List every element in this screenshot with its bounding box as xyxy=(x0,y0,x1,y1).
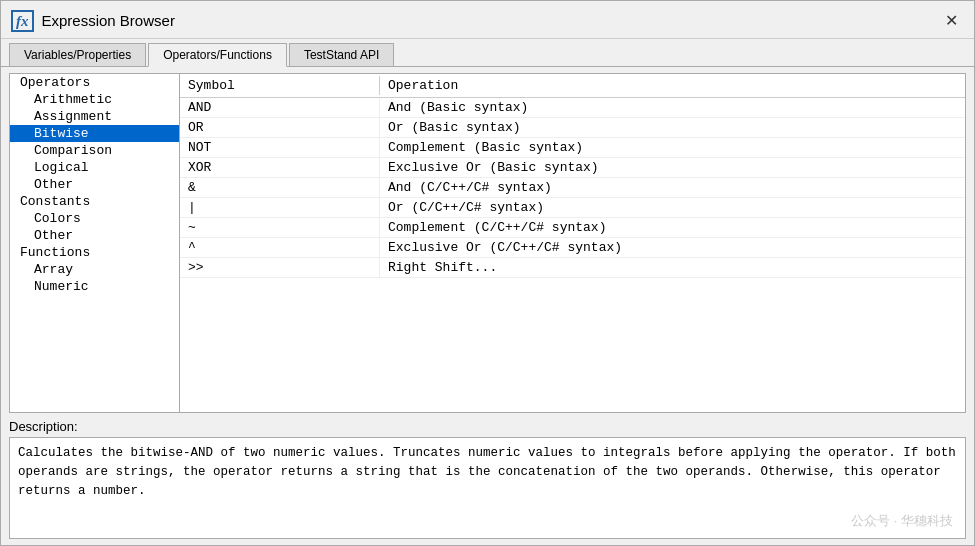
row-operation: Right Shift... xyxy=(380,258,965,277)
tree-item-colors[interactable]: Colors xyxy=(10,210,179,227)
description-box[interactable]: Calculates the bitwise-AND of two numeri… xyxy=(9,437,966,539)
table-header: Symbol Operation xyxy=(180,74,965,98)
tab-operators[interactable]: Operators/Functions xyxy=(148,43,287,67)
tree-item-comparison[interactable]: Comparison xyxy=(10,142,179,159)
tree-item-other-ops[interactable]: Other xyxy=(10,176,179,193)
row-operation: Complement (C/C++/C# syntax) xyxy=(380,218,965,237)
fx-icon: fx xyxy=(11,10,34,32)
tree-item-numeric[interactable]: Numeric xyxy=(10,278,179,295)
expression-browser-window: fx Expression Browser ✕ Variables/Proper… xyxy=(0,0,975,546)
table-row[interactable]: XOR Exclusive Or (Basic syntax) xyxy=(180,158,965,178)
top-panels: Operators Arithmetic Assignment Bitwise … xyxy=(9,73,966,413)
row-operation: Exclusive Or (Basic syntax) xyxy=(380,158,965,177)
watermark: 公众号 · 华穗科技 xyxy=(851,511,953,531)
header-symbol: Symbol xyxy=(180,76,380,95)
description-text: Calculates the bitwise-AND of two numeri… xyxy=(18,446,956,498)
description-section: Description: Calculates the bitwise-AND … xyxy=(9,419,966,539)
table-row[interactable]: & And (C/C++/C# syntax) xyxy=(180,178,965,198)
row-operation: And (C/C++/C# syntax) xyxy=(380,178,965,197)
row-symbol: AND xyxy=(180,98,380,117)
row-operation: Exclusive Or (C/C++/C# syntax) xyxy=(380,238,965,257)
tree-item-constants[interactable]: Constants xyxy=(10,193,179,210)
tabs-bar: Variables/Properties Operators/Functions… xyxy=(1,39,974,67)
table-body[interactable]: AND And (Basic syntax) OR Or (Basic synt… xyxy=(180,98,965,412)
tab-variables[interactable]: Variables/Properties xyxy=(9,43,146,66)
description-label: Description: xyxy=(9,419,966,434)
table-row[interactable]: >> Right Shift... xyxy=(180,258,965,278)
row-operation: And (Basic syntax) xyxy=(380,98,965,117)
window-title: Expression Browser xyxy=(42,12,175,29)
tree-item-other-const[interactable]: Other xyxy=(10,227,179,244)
tree-item-logical[interactable]: Logical xyxy=(10,159,179,176)
row-symbol: ^ xyxy=(180,238,380,257)
table-row[interactable]: AND And (Basic syntax) xyxy=(180,98,965,118)
left-panel[interactable]: Operators Arithmetic Assignment Bitwise … xyxy=(10,74,180,412)
row-symbol: >> xyxy=(180,258,380,277)
tree-item-functions[interactable]: Functions xyxy=(10,244,179,261)
row-symbol: & xyxy=(180,178,380,197)
table-row[interactable]: ^ Exclusive Or (C/C++/C# syntax) xyxy=(180,238,965,258)
row-symbol: ~ xyxy=(180,218,380,237)
tree-item-arithmetic[interactable]: Arithmetic xyxy=(10,91,179,108)
header-operation: Operation xyxy=(380,76,965,95)
tree-item-assignment[interactable]: Assignment xyxy=(10,108,179,125)
close-button[interactable]: ✕ xyxy=(939,9,964,32)
title-left: fx Expression Browser xyxy=(11,10,175,32)
right-panel: Symbol Operation AND And (Basic syntax) … xyxy=(180,74,965,412)
row-symbol: | xyxy=(180,198,380,217)
tab-teststand[interactable]: TestStand API xyxy=(289,43,394,66)
tree-item-operators[interactable]: Operators xyxy=(10,74,179,91)
row-operation: Complement (Basic syntax) xyxy=(380,138,965,157)
tree-item-bitwise[interactable]: Bitwise xyxy=(10,125,179,142)
row-symbol: OR xyxy=(180,118,380,137)
row-symbol: XOR xyxy=(180,158,380,177)
row-symbol: NOT xyxy=(180,138,380,157)
main-content: Operators Arithmetic Assignment Bitwise … xyxy=(1,67,974,545)
table-row[interactable]: OR Or (Basic syntax) xyxy=(180,118,965,138)
tree-item-array[interactable]: Array xyxy=(10,261,179,278)
row-operation: Or (Basic syntax) xyxy=(380,118,965,137)
table-row[interactable]: | Or (C/C++/C# syntax) xyxy=(180,198,965,218)
title-bar: fx Expression Browser ✕ xyxy=(1,1,974,39)
table-row[interactable]: ~ Complement (C/C++/C# syntax) xyxy=(180,218,965,238)
row-operation: Or (C/C++/C# syntax) xyxy=(380,198,965,217)
table-row[interactable]: NOT Complement (Basic syntax) xyxy=(180,138,965,158)
